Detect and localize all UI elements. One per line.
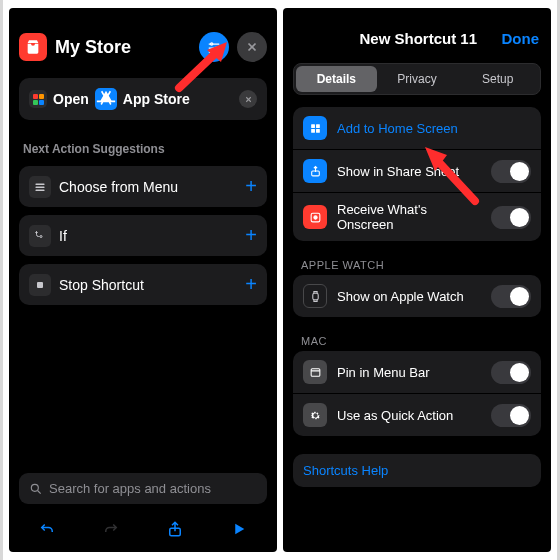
suggestion-row[interactable]: If +	[19, 215, 267, 256]
appstore-icon	[95, 88, 117, 110]
svg-rect-12	[36, 189, 45, 191]
nav-title: New Shortcut 11	[335, 30, 502, 47]
home-icon	[303, 116, 327, 140]
search-input[interactable]: Search for apps and actions	[19, 473, 267, 504]
toggle-switch[interactable]	[491, 404, 531, 427]
toggle-switch[interactable]	[491, 285, 531, 308]
onscreen-row[interactable]: Receive What's Onscreen	[293, 193, 541, 241]
play-button[interactable]	[228, 518, 250, 540]
redo-button[interactable]	[100, 518, 122, 540]
done-button[interactable]: Done	[502, 30, 540, 47]
search-placeholder: Search for apps and actions	[49, 481, 211, 496]
plus-icon: +	[245, 224, 257, 247]
open-action[interactable]: Open App Store	[19, 78, 267, 120]
svg-rect-10	[36, 183, 45, 185]
details-screen: New Shortcut 11 Done Details Privacy Set…	[283, 8, 551, 552]
plus-icon: +	[245, 175, 257, 198]
svg-rect-20	[316, 124, 320, 128]
plus-icon: +	[245, 273, 257, 296]
nav-bar: New Shortcut 11 Done	[283, 8, 551, 55]
menubar-icon	[303, 360, 327, 384]
undo-button[interactable]	[36, 518, 58, 540]
toolbar	[9, 508, 277, 552]
tab-setup[interactable]: Setup	[457, 66, 538, 92]
search-icon	[29, 482, 43, 496]
watch-group: Show on Apple Watch	[293, 275, 541, 317]
help-group: Shortcuts Help	[293, 454, 541, 487]
row-label: Use as Quick Action	[337, 408, 481, 423]
svg-point-25	[313, 215, 316, 218]
svg-point-15	[31, 484, 38, 491]
shortcut-icon[interactable]	[19, 33, 47, 61]
share-button[interactable]	[164, 518, 186, 540]
row-label: Pin in Menu Bar	[337, 365, 481, 380]
row-label: Shortcuts Help	[303, 463, 531, 478]
suggestion-label: Choose from Menu	[59, 179, 237, 195]
share-sheet-row[interactable]: Show in Share Sheet	[293, 150, 541, 193]
toggle-switch[interactable]	[491, 361, 531, 384]
svg-rect-21	[311, 129, 315, 133]
tab-privacy[interactable]: Privacy	[377, 66, 458, 92]
stop-icon	[29, 274, 51, 296]
help-row[interactable]: Shortcuts Help	[293, 454, 541, 487]
suggestion-label: Stop Shortcut	[59, 277, 237, 293]
shortcut-title[interactable]: My Store	[55, 37, 191, 58]
segmented-control[interactable]: Details Privacy Setup	[293, 63, 541, 95]
remove-action-button[interactable]	[239, 90, 257, 108]
suggestion-row[interactable]: Stop Shortcut +	[19, 264, 267, 305]
grid-icon	[29, 90, 47, 108]
watch-icon	[303, 284, 327, 308]
editor-screen: My Store Open App Store Next Action Sugg…	[9, 8, 277, 552]
main-group: Add to Home Screen Show in Share Sheet R…	[293, 107, 541, 241]
branch-icon	[29, 225, 51, 247]
tab-details[interactable]: Details	[296, 66, 377, 92]
settings-button[interactable]	[199, 32, 229, 62]
mac-header: MAC	[283, 325, 551, 351]
svg-rect-27	[311, 368, 320, 376]
share-icon	[303, 159, 327, 183]
toggle-switch[interactable]	[491, 160, 531, 183]
menu-icon	[29, 176, 51, 198]
mac-group: Pin in Menu Bar Use as Quick Action	[293, 351, 541, 436]
svg-rect-22	[316, 129, 320, 133]
svg-rect-11	[36, 186, 45, 188]
quick-row[interactable]: Use as Quick Action	[293, 394, 541, 436]
svg-rect-26	[312, 293, 317, 300]
suggestion-label: If	[59, 228, 237, 244]
suggestions-header: Next Action Suggestions	[9, 126, 277, 162]
header: My Store	[9, 8, 277, 72]
row-label: Receive What's Onscreen	[337, 202, 481, 232]
gear-icon	[303, 403, 327, 427]
add-home-screen-row[interactable]: Add to Home Screen	[293, 107, 541, 150]
open-target[interactable]: App Store	[123, 91, 190, 107]
row-label: Show on Apple Watch	[337, 289, 481, 304]
row-label: Add to Home Screen	[337, 121, 531, 136]
close-button[interactable]	[237, 32, 267, 62]
row-label: Show in Share Sheet	[337, 164, 481, 179]
toggle-switch[interactable]	[491, 206, 531, 229]
pin-row[interactable]: Pin in Menu Bar	[293, 351, 541, 394]
onscreen-icon	[303, 205, 327, 229]
svg-line-16	[38, 490, 41, 493]
watch-header: APPLE WATCH	[283, 249, 551, 275]
svg-rect-19	[311, 124, 315, 128]
open-label: Open	[53, 91, 89, 107]
svg-rect-14	[37, 282, 43, 288]
watch-row[interactable]: Show on Apple Watch	[293, 275, 541, 317]
svg-point-13	[40, 235, 42, 237]
suggestion-row[interactable]: Choose from Menu +	[19, 166, 267, 207]
